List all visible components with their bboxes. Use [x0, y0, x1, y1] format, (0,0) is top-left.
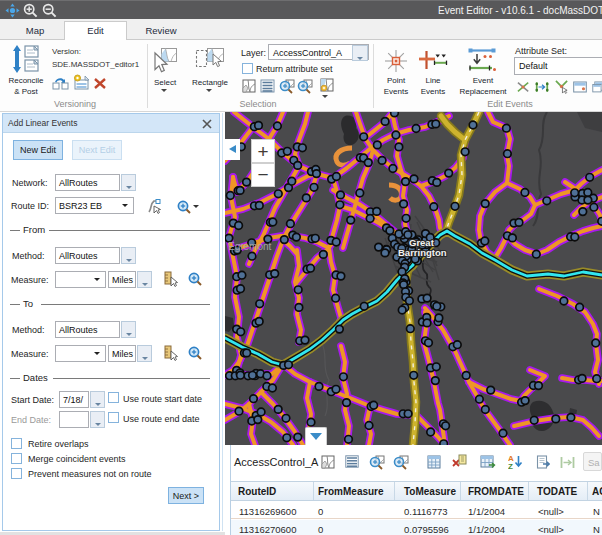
svg-text:Z: Z [508, 462, 513, 469]
svg-text:Barrington: Barrington [398, 247, 447, 258]
svg-text:Egremont: Egremont [228, 241, 272, 252]
